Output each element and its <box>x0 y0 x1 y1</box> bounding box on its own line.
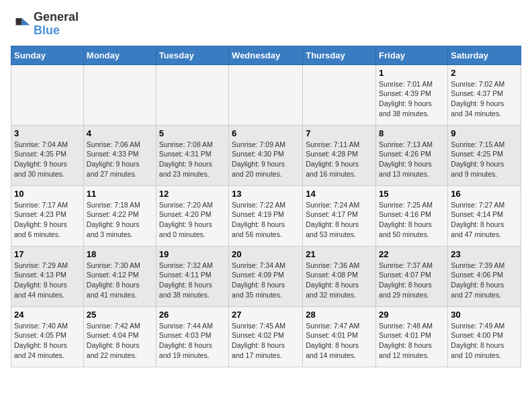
day-info: Sunrise: 7:49 AM Sunset: 4:00 PM Dayligh… <box>451 321 518 361</box>
calendar-cell: 25Sunrise: 7:42 AM Sunset: 4:04 PM Dayli… <box>83 306 156 367</box>
day-number: 26 <box>159 310 226 320</box>
day-info: Sunrise: 7:06 AM Sunset: 4:33 PM Dayligh… <box>87 140 153 179</box>
calendar-week-row: 1Sunrise: 7:01 AM Sunset: 4:39 PM Daylig… <box>11 64 521 125</box>
calendar-cell: 7Sunrise: 7:11 AM Sunset: 4:28 PM Daylig… <box>303 125 376 185</box>
calendar-cell: 20Sunrise: 7:34 AM Sunset: 4:09 PM Dayli… <box>229 246 303 306</box>
calendar-cell: 24Sunrise: 7:40 AM Sunset: 4:05 PM Dayli… <box>11 306 84 367</box>
day-number: 30 <box>451 310 518 320</box>
day-info: Sunrise: 7:11 AM Sunset: 4:28 PM Dayligh… <box>306 140 373 179</box>
calendar-header-sunday: Sunday <box>11 46 84 64</box>
day-info: Sunrise: 7:25 AM Sunset: 4:16 PM Dayligh… <box>379 200 445 240</box>
calendar-cell <box>303 64 376 125</box>
calendar-header-wednesday: Wednesday <box>229 46 303 64</box>
calendar-week-row: 17Sunrise: 7:29 AM Sunset: 4:13 PM Dayli… <box>11 246 521 306</box>
day-number: 13 <box>232 189 300 199</box>
calendar-header-monday: Monday <box>83 46 156 64</box>
calendar-cell: 21Sunrise: 7:36 AM Sunset: 4:08 PM Dayli… <box>303 246 376 306</box>
day-number: 6 <box>232 128 300 138</box>
calendar-cell: 28Sunrise: 7:47 AM Sunset: 4:01 PM Dayli… <box>303 306 376 367</box>
calendar-cell <box>229 64 303 125</box>
logo-text: General Blue <box>34 11 79 38</box>
day-info: Sunrise: 7:29 AM Sunset: 4:13 PM Dayligh… <box>14 261 81 300</box>
calendar-cell: 29Sunrise: 7:48 AM Sunset: 4:01 PM Dayli… <box>376 306 448 367</box>
day-info: Sunrise: 7:34 AM Sunset: 4:09 PM Dayligh… <box>232 261 300 300</box>
day-info: Sunrise: 7:44 AM Sunset: 4:03 PM Dayligh… <box>159 321 226 361</box>
day-number: 23 <box>451 249 518 259</box>
day-info: Sunrise: 7:42 AM Sunset: 4:04 PM Dayligh… <box>87 321 153 361</box>
calendar-cell: 10Sunrise: 7:17 AM Sunset: 4:23 PM Dayli… <box>11 185 84 246</box>
day-number: 21 <box>306 249 373 259</box>
page-header: General Blue <box>11 11 521 38</box>
day-number: 29 <box>379 310 445 320</box>
day-info: Sunrise: 7:01 AM Sunset: 4:39 PM Dayligh… <box>379 79 445 119</box>
calendar-cell: 5Sunrise: 7:08 AM Sunset: 4:31 PM Daylig… <box>156 125 228 185</box>
day-info: Sunrise: 7:15 AM Sunset: 4:25 PM Dayligh… <box>451 140 518 179</box>
day-number: 24 <box>14 310 81 320</box>
calendar-cell: 3Sunrise: 7:04 AM Sunset: 4:35 PM Daylig… <box>11 125 84 185</box>
day-number: 28 <box>306 310 373 320</box>
day-number: 16 <box>451 189 518 199</box>
day-number: 12 <box>159 189 226 199</box>
calendar-cell: 1Sunrise: 7:01 AM Sunset: 4:39 PM Daylig… <box>376 64 448 125</box>
day-info: Sunrise: 7:40 AM Sunset: 4:05 PM Dayligh… <box>14 321 81 361</box>
day-number: 4 <box>87 128 153 138</box>
day-info: Sunrise: 7:22 AM Sunset: 4:19 PM Dayligh… <box>232 200 300 240</box>
day-info: Sunrise: 7:18 AM Sunset: 4:22 PM Dayligh… <box>87 200 153 240</box>
day-number: 7 <box>306 128 373 138</box>
day-number: 2 <box>451 68 518 78</box>
day-info: Sunrise: 7:02 AM Sunset: 4:37 PM Dayligh… <box>451 79 518 119</box>
calendar-week-row: 24Sunrise: 7:40 AM Sunset: 4:05 PM Dayli… <box>11 306 521 367</box>
calendar-cell: 4Sunrise: 7:06 AM Sunset: 4:33 PM Daylig… <box>83 125 156 185</box>
day-number: 14 <box>306 189 373 199</box>
logo: General Blue <box>11 11 79 38</box>
calendar-cell: 8Sunrise: 7:13 AM Sunset: 4:26 PM Daylig… <box>376 125 448 185</box>
calendar-header-saturday: Saturday <box>448 46 521 64</box>
day-number: 3 <box>14 128 81 138</box>
day-info: Sunrise: 7:27 AM Sunset: 4:14 PM Dayligh… <box>451 200 518 240</box>
day-number: 15 <box>379 189 445 199</box>
day-number: 18 <box>87 249 153 259</box>
day-info: Sunrise: 7:30 AM Sunset: 4:12 PM Dayligh… <box>87 261 153 300</box>
day-number: 17 <box>14 249 81 259</box>
day-info: Sunrise: 7:13 AM Sunset: 4:26 PM Dayligh… <box>379 140 445 179</box>
day-info: Sunrise: 7:17 AM Sunset: 4:23 PM Dayligh… <box>14 200 81 240</box>
calendar-cell: 26Sunrise: 7:44 AM Sunset: 4:03 PM Dayli… <box>156 306 228 367</box>
day-info: Sunrise: 7:45 AM Sunset: 4:02 PM Dayligh… <box>232 321 300 361</box>
day-info: Sunrise: 7:47 AM Sunset: 4:01 PM Dayligh… <box>306 321 373 361</box>
calendar-cell: 13Sunrise: 7:22 AM Sunset: 4:19 PM Dayli… <box>229 185 303 246</box>
calendar-cell: 12Sunrise: 7:20 AM Sunset: 4:20 PM Dayli… <box>156 185 228 246</box>
day-number: 25 <box>87 310 153 320</box>
calendar-body: 1Sunrise: 7:01 AM Sunset: 4:39 PM Daylig… <box>11 64 521 367</box>
calendar-cell <box>83 64 156 125</box>
day-info: Sunrise: 7:09 AM Sunset: 4:30 PM Dayligh… <box>232 140 300 179</box>
day-info: Sunrise: 7:20 AM Sunset: 4:20 PM Dayligh… <box>159 200 226 240</box>
calendar-week-row: 10Sunrise: 7:17 AM Sunset: 4:23 PM Dayli… <box>11 185 521 246</box>
svg-rect-1 <box>16 18 22 26</box>
calendar-cell: 27Sunrise: 7:45 AM Sunset: 4:02 PM Dayli… <box>229 306 303 367</box>
calendar-cell: 15Sunrise: 7:25 AM Sunset: 4:16 PM Dayli… <box>376 185 448 246</box>
calendar-header-tuesday: Tuesday <box>156 46 228 64</box>
calendar-cell: 30Sunrise: 7:49 AM Sunset: 4:00 PM Dayli… <box>448 306 521 367</box>
calendar-cell: 2Sunrise: 7:02 AM Sunset: 4:37 PM Daylig… <box>448 64 521 125</box>
calendar-cell: 9Sunrise: 7:15 AM Sunset: 4:25 PM Daylig… <box>448 125 521 185</box>
calendar-header-friday: Friday <box>376 46 448 64</box>
calendar-cell: 19Sunrise: 7:32 AM Sunset: 4:11 PM Dayli… <box>156 246 228 306</box>
calendar-header-thursday: Thursday <box>303 46 376 64</box>
calendar-cell: 23Sunrise: 7:39 AM Sunset: 4:06 PM Dayli… <box>448 246 521 306</box>
day-number: 5 <box>159 128 226 138</box>
day-number: 19 <box>159 249 226 259</box>
calendar-cell: 6Sunrise: 7:09 AM Sunset: 4:30 PM Daylig… <box>229 125 303 185</box>
calendar-week-row: 3Sunrise: 7:04 AM Sunset: 4:35 PM Daylig… <box>11 125 521 185</box>
day-info: Sunrise: 7:04 AM Sunset: 4:35 PM Dayligh… <box>14 140 81 179</box>
calendar-cell <box>156 64 228 125</box>
day-number: 20 <box>232 249 300 259</box>
day-info: Sunrise: 7:37 AM Sunset: 4:07 PM Dayligh… <box>379 261 445 300</box>
calendar-cell: 17Sunrise: 7:29 AM Sunset: 4:13 PM Dayli… <box>11 246 84 306</box>
day-number: 8 <box>379 128 445 138</box>
calendar-cell: 16Sunrise: 7:27 AM Sunset: 4:14 PM Dayli… <box>448 185 521 246</box>
day-number: 22 <box>379 249 445 259</box>
day-info: Sunrise: 7:24 AM Sunset: 4:17 PM Dayligh… <box>306 200 373 240</box>
calendar-cell <box>11 64 84 125</box>
day-info: Sunrise: 7:39 AM Sunset: 4:06 PM Dayligh… <box>451 261 518 300</box>
svg-marker-0 <box>22 18 30 26</box>
